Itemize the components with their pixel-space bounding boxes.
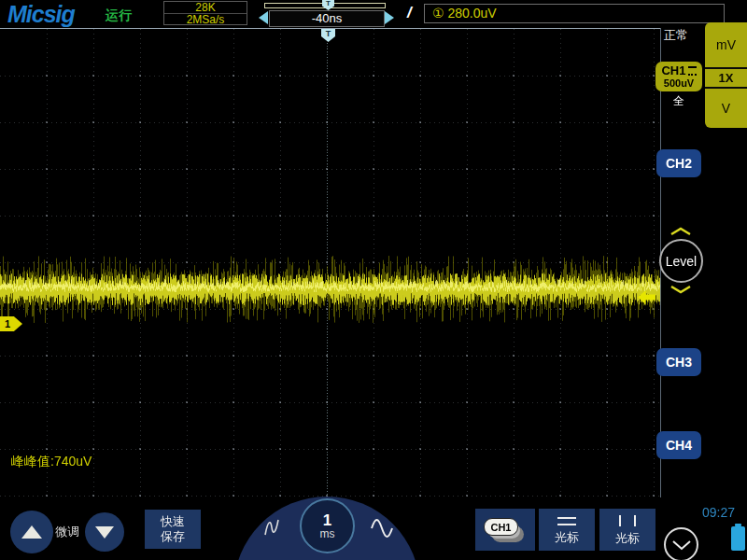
trigger-position-readout[interactable]: -40ns	[269, 10, 385, 27]
run-status-label[interactable]: 运行	[106, 7, 132, 24]
ch1-scale-button[interactable]: CH1 500uV	[655, 62, 702, 91]
channel-chip-label: CH1	[484, 518, 518, 536]
acquisition-info-box[interactable]: 28K 2MSa/s	[163, 1, 247, 25]
vertical-unit-panel: mV 1X V	[705, 22, 747, 128]
ch2-button[interactable]: CH2	[656, 149, 701, 177]
trigger-level-readout[interactable]: ① 280.0uV	[424, 4, 725, 23]
probe-attenuation-button[interactable]: 1X	[705, 69, 747, 87]
acquire-mode-label: 正常	[664, 27, 688, 44]
sample-rate-value: 2MSa/s	[164, 14, 247, 25]
collapse-menu-button[interactable]	[664, 527, 698, 560]
zoom-in-sine-icon[interactable]	[370, 519, 394, 538]
oscilloscope-screen: Micsig 运行 28K 2MSa/s T -40ns / ① 280.0uV…	[0, 0, 747, 560]
scale-down-button[interactable]	[85, 512, 124, 552]
chevron-down-icon	[669, 538, 694, 553]
scale-up-button[interactable]	[10, 511, 53, 553]
dc-coupling-icon	[688, 66, 697, 76]
fine-tune-label: 微调	[55, 524, 79, 540]
quick-save-button[interactable]: 快速 保存	[145, 510, 201, 549]
trigger-position-right-arrow-icon[interactable]	[385, 11, 394, 24]
trigger-slope-rising-icon[interactable]: /	[407, 4, 412, 22]
clock-display: 09:27	[702, 505, 735, 520]
up-triangle-icon	[21, 525, 42, 539]
unit-mv-button[interactable]: mV	[705, 22, 747, 67]
waveform-display[interactable]	[0, 29, 660, 497]
trigger-level-knob[interactable]: Level	[659, 239, 703, 283]
horizontal-cursor-button[interactable]: 光标	[539, 509, 595, 551]
channel-select-button[interactable]: CH1	[475, 509, 535, 551]
down-triangle-icon	[95, 526, 114, 539]
trigger-position-left-arrow-icon[interactable]	[259, 11, 268, 24]
trigger-position-marker-icon[interactable]: T	[322, 0, 334, 10]
vertical-cursor-button[interactable]: 光标	[599, 509, 655, 551]
timebase-unit: ms	[320, 528, 335, 540]
horizontal-cursor-icon	[557, 517, 576, 525]
level-up-chevron-icon[interactable]	[669, 227, 692, 236]
ch1-bandwidth-label: 全	[655, 93, 702, 109]
ch1-label: CH1	[661, 64, 685, 77]
channel-stack-icon: CH1	[484, 517, 527, 543]
ch4-button[interactable]: CH4	[656, 431, 701, 459]
zoom-out-sine-icon[interactable]	[262, 516, 281, 539]
ch1-scale-value: 500uV	[664, 77, 694, 89]
level-down-chevron-icon[interactable]	[669, 285, 692, 294]
ch3-button[interactable]: CH3	[656, 348, 701, 376]
peak-to-peak-measurement: 峰峰值:740uV	[11, 454, 92, 470]
unit-v-button[interactable]: V	[705, 89, 747, 128]
timebase-value: 1	[323, 512, 331, 528]
battery-icon	[731, 526, 745, 551]
brand-logo: Micsig	[7, 1, 75, 28]
vertical-cursor-icon	[619, 515, 636, 526]
timebase-readout-knob[interactable]: 1 ms	[300, 498, 355, 553]
